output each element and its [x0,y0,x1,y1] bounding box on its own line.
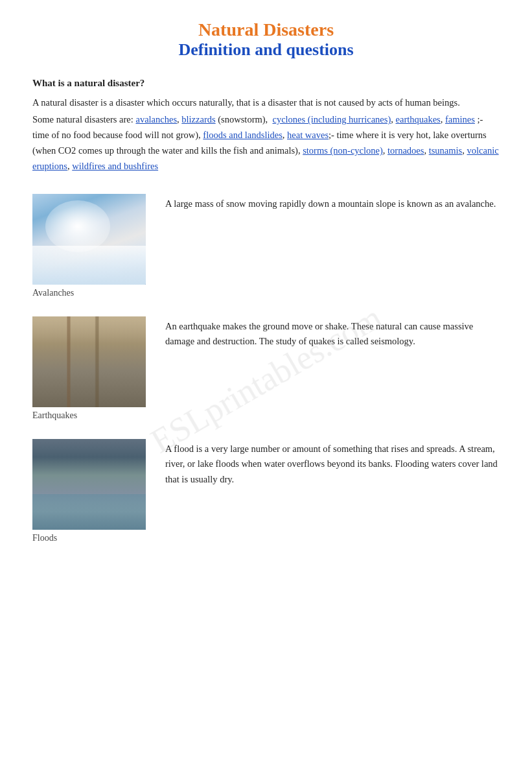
earthquake-image-col: Earthquakes [32,316,146,421]
disaster-item-earthquake: Earthquakes An earthquake makes the grou… [32,316,500,421]
link-avalanches[interactable]: avalanches [135,114,177,124]
disasters-list: Some natural disasters are: avalanches, … [32,112,500,174]
avalanche-description: A large mass of snow moving rapidly down… [165,194,500,211]
flood-image-col: Floods [32,439,146,543]
link-earthquakes[interactable]: earthquakes [396,114,441,124]
link-storms[interactable]: storms (non-cyclone) [303,145,383,156]
disaster-entries: Avalanches A large mass of snow moving r… [32,194,500,543]
link-heatwaves[interactable]: heat waves [287,130,329,140]
earthquake-image [32,316,146,407]
link-cyclones[interactable]: cyclones (including hurricanes) [272,114,391,124]
avalanche-label: Avalanches [32,288,74,298]
flood-description: A flood is a very large number or amount… [165,439,500,487]
link-tsunamis[interactable]: tsunamis [429,145,463,156]
earthquake-description: An earthquake makes the ground move or s… [165,316,500,349]
title-line2: Definition and questions [32,40,500,60]
avalanche-image [32,194,146,285]
flood-label: Floods [32,533,57,543]
flood-image [32,439,146,530]
earthquake-label: Earthquakes [32,410,77,421]
intro-paragraph1: A natural disaster is a disaster which o… [32,95,500,174]
link-floods[interactable]: floods and landslides [203,130,282,140]
avalanche-image-col: Avalanches [32,194,146,298]
link-wildfires[interactable]: wildfires and bushfires [72,161,158,171]
link-famines[interactable]: famines [445,114,475,124]
disaster-item-avalanche: Avalanches A large mass of snow moving r… [32,194,500,298]
intro-question: What is a natural disaster? [32,78,500,89]
link-blizzards[interactable]: blizzards [181,114,215,124]
title-line1: Natural Disasters [32,19,500,40]
link-tornadoes[interactable]: tornadoes [387,145,424,156]
disaster-item-flood: Floods A flood is a very large number or… [32,439,500,543]
page-title: Natural Disasters Definition and questio… [32,19,500,60]
